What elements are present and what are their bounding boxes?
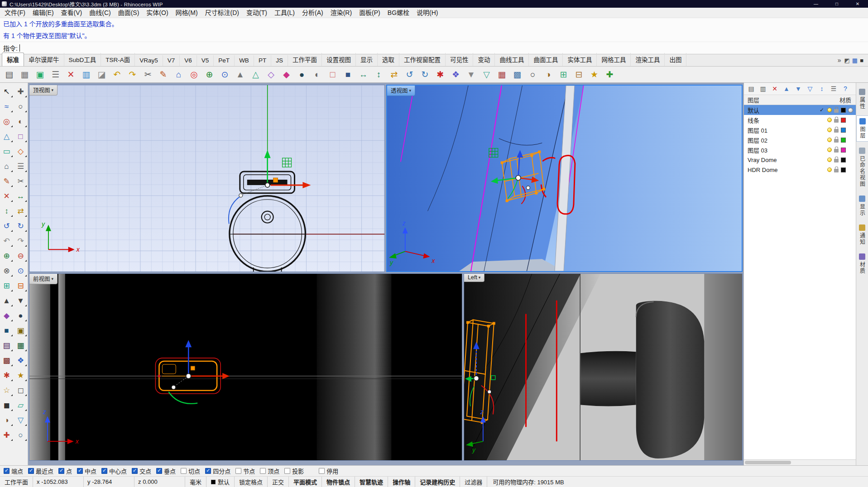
osnap-toggle[interactable]: 中心点 (101, 467, 127, 475)
sidebar-tool-icon[interactable]: ★ (14, 369, 27, 382)
sidebar-tool-icon[interactable]: ≈ (0, 100, 13, 113)
menu-item[interactable]: 曲面(S) (115, 8, 143, 18)
layer-visibility-bulb-icon[interactable] (827, 138, 832, 142)
toolbar-icon[interactable]: ▽ (479, 67, 494, 81)
current-layer-indicator[interactable]: 默认 (206, 477, 235, 487)
menu-item[interactable]: 渲染(R) (327, 8, 355, 18)
menu-item[interactable]: 网格(M) (172, 8, 201, 18)
toolbar-icon[interactable]: ✎ (156, 67, 171, 81)
toolbar-tab[interactable]: PeT (214, 55, 235, 66)
toolbar-icon[interactable]: ◐ (310, 67, 325, 81)
toolbar-tab[interactable]: 选取 (378, 53, 399, 66)
toolbar-tab[interactable]: 工作视窗配置 (399, 53, 446, 66)
sidebar-tool-icon[interactable]: ◇ (14, 145, 27, 158)
toolbar-icon[interactable]: ❖ (448, 67, 463, 81)
panel-tab[interactable]: 材质 (856, 251, 868, 277)
layers-horizontal-scrollbar[interactable] (744, 459, 856, 465)
toolbar-icon[interactable]: ↕ (371, 67, 386, 81)
toolbar-icon[interactable]: ● (294, 67, 309, 81)
viewport-title-left[interactable]: Left▾ (464, 274, 484, 282)
toolbar-tab[interactable]: JS (271, 55, 288, 66)
layer-visibility-bulb-icon[interactable] (827, 118, 832, 122)
toolbar-tab[interactable]: 设置视图 (322, 53, 356, 66)
sidebar-tool-icon[interactable]: ▱ (14, 399, 27, 411)
toolbar-icon[interactable]: ○ (525, 67, 540, 81)
toolbar-icon[interactable]: ✂ (140, 67, 155, 81)
checkbox[interactable] (28, 468, 34, 474)
checkbox[interactable] (181, 468, 187, 474)
sidebar-tool-icon[interactable]: ▦ (14, 339, 27, 352)
sidebar-tool-icon[interactable]: ☰ (14, 160, 27, 172)
menu-item[interactable]: 变动(T) (243, 8, 271, 18)
checkbox[interactable] (101, 468, 107, 474)
menu-item[interactable]: 分析(A) (298, 8, 327, 18)
toolbar-tab[interactable]: 实体工具 (563, 53, 597, 66)
toolbar-icon[interactable]: ▦ (17, 67, 32, 81)
osnap-toggle[interactable]: 切点 (181, 467, 200, 475)
status-toggle[interactable]: 物件锁点 (322, 477, 355, 487)
tab-bar-icon[interactable]: ■ (860, 57, 863, 64)
layer-color-swatch[interactable] (841, 167, 846, 172)
sidebar-tool-icon[interactable]: ▼ (14, 295, 27, 307)
layer-visibility-bulb-icon[interactable] (827, 148, 832, 152)
toolbar-icon[interactable]: ✕ (63, 67, 78, 81)
help-icon[interactable]: ? (840, 84, 851, 94)
toolbar-tab[interactable]: 渲染工具 (631, 53, 665, 66)
scrollbar-thumb[interactable] (745, 461, 791, 464)
checkbox[interactable] (156, 468, 162, 474)
sidebar-tool-icon[interactable]: ✎ (0, 175, 13, 187)
toolbar-tab[interactable]: VRay5 (135, 55, 163, 66)
sidebar-tool-icon[interactable]: ⊙ (14, 265, 27, 277)
sidebar-tool-icon[interactable]: ▣ (14, 325, 27, 337)
layer-material-icon[interactable] (848, 108, 853, 113)
status-toggle[interactable]: 正交 (268, 477, 289, 487)
sidebar-tool-icon[interactable]: ⇄ (14, 205, 27, 217)
panel-tab[interactable]: 显示 (856, 193, 868, 219)
toolbar-icon[interactable]: △ (248, 67, 263, 81)
toolbar-icon[interactable]: ✱ (433, 67, 448, 81)
menu-item[interactable]: 编辑(E) (29, 8, 58, 18)
sidebar-tool-icon[interactable]: ↻ (14, 220, 27, 232)
menu-item[interactable]: 文件(F) (1, 8, 29, 18)
layer-color-swatch[interactable] (841, 138, 846, 143)
toolbar-icon[interactable]: ◪ (94, 67, 109, 81)
move-up-icon[interactable]: ▲ (781, 84, 792, 94)
sidebar-tool-icon[interactable]: ⊕ (0, 250, 13, 262)
toolbar-tab[interactable]: 卓尔谟犀牛 (24, 53, 64, 66)
viewport-title-perspective[interactable]: 透视图▾ (387, 86, 415, 96)
toolbar-tab[interactable]: 工作平面 (288, 53, 322, 66)
layer-color-swatch[interactable] (841, 108, 846, 113)
new-layer-icon[interactable]: ▤ (746, 84, 757, 94)
tab-bar-icon[interactable]: ▦ (852, 57, 858, 64)
sidebar-tool-icon[interactable]: ◐ (14, 115, 27, 128)
new-sublayer-icon[interactable]: ▥ (758, 84, 768, 94)
layer-color-swatch[interactable] (841, 128, 846, 133)
osnap-toggle[interactable]: 四分点 (205, 467, 230, 475)
toolbar-icon[interactable]: ▣ (33, 67, 48, 81)
sidebar-tool-icon[interactable]: ⊞ (0, 280, 13, 292)
checkbox[interactable] (132, 468, 138, 474)
toolbar-icon[interactable]: ▼ (464, 67, 479, 81)
toolbar-tab[interactable]: WB (235, 55, 254, 66)
toolbar-tab[interactable]: 网格工具 (597, 53, 631, 66)
checkbox[interactable] (260, 468, 266, 474)
viewport-title-top[interactable]: 顶视图▾ (29, 85, 58, 95)
layer-row[interactable]: Vray Dome ✓ (744, 155, 856, 165)
osnap-toggle[interactable]: 停用 (319, 467, 338, 475)
osnap-toggle[interactable]: 节点 (235, 467, 255, 475)
toolbar-tab[interactable]: SubD工具 (64, 53, 101, 66)
delete-layer-icon[interactable]: ✕ (769, 84, 780, 94)
maximize-button[interactable]: □ (826, 0, 847, 8)
layer-row[interactable]: 图层 01 ✓ (744, 125, 856, 135)
toolbar-icon[interactable]: ◎ (187, 67, 201, 81)
viewport-perspective[interactable]: z y x 透视图▾ (386, 85, 743, 272)
toolbar-icon[interactable]: ▥ (79, 67, 94, 81)
sidebar-tool-icon[interactable]: ↺ (0, 220, 13, 232)
status-toggle[interactable]: 智慧轨迹 (355, 477, 388, 487)
toolbar-icon[interactable]: ⊙ (217, 67, 232, 81)
menu-item[interactable]: 面板(P) (355, 8, 384, 18)
viewport-title-front[interactable]: 前视图▾ (29, 274, 58, 284)
menu-item[interactable]: 工具(L) (271, 8, 298, 18)
osnap-toggle[interactable]: 交点 (132, 467, 151, 475)
toolbar-icon[interactable]: ☰ (48, 67, 63, 81)
